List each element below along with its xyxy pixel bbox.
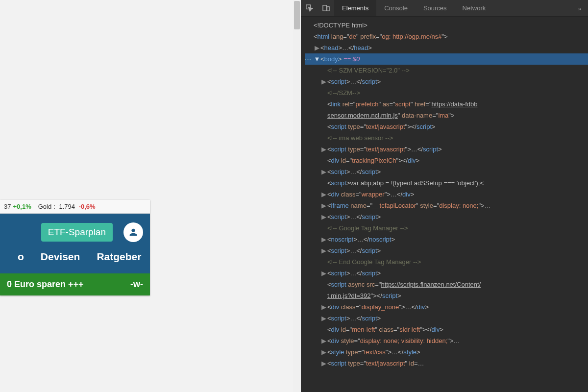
dom-tree[interactable]: <!DOCTYPE html> <html lang="de" prefix="…	[301, 17, 588, 392]
tab-console[interactable]: Console	[376, 0, 416, 16]
tab-elements[interactable]: Elements	[334, 0, 376, 16]
ticker-bar: 37 +0,1% Gold: 1.794 -0,6%	[0, 200, 150, 214]
tree-node[interactable]: <div id="trackingPixelCh"></div>	[305, 155, 588, 166]
svg-rect-1	[322, 5, 326, 11]
profile-button[interactable]	[123, 222, 143, 242]
user-icon	[128, 227, 139, 238]
inspect-element-icon[interactable]	[301, 0, 318, 16]
tree-node[interactable]: <link rel="prefetch" as="script" href="h…	[305, 98, 588, 110]
tree-node[interactable]: ▶<script>…</script>	[305, 76, 588, 87]
tree-node[interactable]: ▶<style type="text/css">…</style>	[305, 346, 588, 358]
tree-node[interactable]: <!-- SZM VERSION="2.0" -->	[305, 65, 588, 76]
tree-node[interactable]: <!-- End Google Tag Manager -->	[305, 256, 588, 268]
tree-node[interactable]: t.min.js?dt=392"></script>	[305, 290, 588, 301]
tree-node[interactable]: <!DOCTYPE html>	[305, 20, 588, 31]
tabs-overflow-button[interactable]: »	[571, 0, 588, 16]
nav-item[interactable]: o	[18, 251, 24, 263]
svg-rect-2	[327, 7, 329, 11]
viewport-scrollbar[interactable]	[293, 0, 301, 392]
etf-sparplan-button[interactable]: ETF-Sparplan	[41, 223, 113, 242]
tree-node[interactable]: ▶<script>…</script>	[305, 313, 588, 324]
devtools-tabbar: Elements Console Sources Network »	[301, 0, 588, 17]
header-bar: ETF-Sparplan	[0, 214, 150, 251]
tree-node[interactable]: ▶<iframe name="__tcfapiLocator" style="d…	[305, 200, 588, 211]
tree-node[interactable]: ▶<script>…</script>	[305, 245, 588, 256]
promo-text: 0 Euro sparen +++	[7, 279, 122, 290]
ticker-label-gold: Gold	[38, 203, 51, 210]
promo-banner[interactable]: 0 Euro sparen +++ -w-	[0, 273, 150, 295]
promo-side-text: -w-	[130, 279, 143, 290]
scrollbar-thumb[interactable]	[294, 1, 300, 29]
devtools-panel: Elements Console Sources Network » <!DOC…	[301, 0, 588, 392]
tree-node[interactable]: <!--/SZM-->	[305, 87, 588, 98]
tree-node[interactable]: sensor.modern.ncl.min.js" data-name="ima…	[305, 110, 588, 121]
nav-ratgeber[interactable]: Ratgeber	[97, 251, 141, 263]
ticker-value-2: 1.794	[59, 203, 75, 210]
tree-node[interactable]: <script>var abp;abp = !(typeof adSSetup …	[305, 177, 588, 189]
tree-node[interactable]: <html lang="de" prefix="og: http://ogp.m…	[305, 31, 588, 42]
ticker-delta-positive: +0,1%	[13, 203, 31, 210]
tree-node[interactable]: ▶<script>…</script>	[305, 211, 588, 222]
tree-node[interactable]: ▶<div class="wrapper">…</div>	[305, 189, 588, 200]
site-fragment: 37 +0,1% Gold: 1.794 -0,6% ETF-Sparplan …	[0, 200, 150, 295]
tree-node[interactable]: ▶<noscript>…</noscript>	[305, 234, 588, 245]
tree-node[interactable]: <script type="text/javascript"></script>	[305, 121, 588, 132]
nav-devisen[interactable]: Devisen	[41, 251, 80, 263]
tree-node[interactable]: ▶<script>…</script>	[305, 166, 588, 177]
tree-node[interactable]: ▶<div class="display_none">…</div>	[305, 301, 588, 313]
tree-node[interactable]: <!-- ima web sensor -->	[305, 132, 588, 144]
main-nav: o Devisen Ratgeber	[0, 251, 150, 273]
tree-node[interactable]: ▶<script type="text/javascript" id=…	[305, 358, 588, 369]
tab-network[interactable]: Network	[455, 0, 494, 16]
ticker-value-1: 37	[4, 203, 11, 210]
tree-node[interactable]: ▶<div style="display: none; visibility: …	[305, 335, 588, 346]
tree-node-body-selected[interactable]: ⋯▼<body> == $0	[305, 53, 588, 65]
tree-node[interactable]: <div id="men-left" class="sidr left"></d…	[305, 324, 588, 335]
device-toolbar-icon[interactable]	[318, 0, 334, 16]
tab-sources[interactable]: Sources	[416, 0, 455, 16]
tree-node[interactable]: <script async src="https://scripts.finan…	[305, 279, 588, 290]
tree-node[interactable]: ▶<script>…</script>	[305, 268, 588, 279]
tree-node[interactable]: ▶<script type="text/javascript">…</scrip…	[305, 144, 588, 155]
tree-node[interactable]: <!-- Google Tag Manager -->	[305, 222, 588, 234]
tree-node[interactable]: ▶<head>…</head>	[305, 42, 588, 53]
ticker-delta-negative: -0,6%	[79, 203, 96, 210]
page-viewport: 37 +0,1% Gold: 1.794 -0,6% ETF-Sparplan …	[0, 0, 301, 392]
